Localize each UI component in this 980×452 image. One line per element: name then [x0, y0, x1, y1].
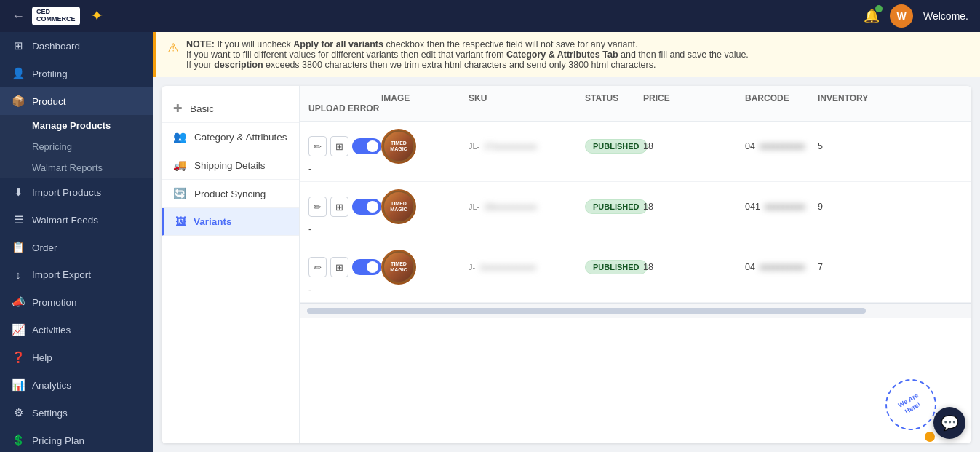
sidebar-subitem-repricing[interactable]: Repricing [0, 136, 153, 157]
scroll-container[interactable] [300, 303, 971, 318]
variants-table: IMAGE SKU STATUS PRICE BARCODE INVENTORY… [300, 86, 971, 318]
header-right: 🔔 W Welcome. [864, 4, 968, 28]
welcome-text: Welcome. [923, 10, 968, 22]
panel-section-category[interactable]: 👥 Category & Attributes [162, 123, 299, 151]
notice-line1-post: checkbox then the respective field will … [383, 39, 638, 49]
row3-status: PUBLISHED [585, 260, 643, 274]
row1-toggle[interactable] [352, 138, 381, 154]
notice-line2-post: and then fill and save the value. [618, 49, 749, 60]
row1-sku-value: 17xxxxxxxxxxx [484, 142, 537, 151]
row3-edit-button[interactable]: ✏ [308, 257, 327, 277]
shipping-icon: 🚚 [173, 159, 187, 172]
panel-label-basic: Basic [190, 103, 214, 114]
col-actions [308, 93, 381, 103]
row3-upload-error: - [308, 285, 381, 295]
panel-label-category: Category & Attributes [194, 132, 287, 143]
sidebar-label-pricing-plan: Pricing Plan [32, 435, 84, 446]
row1-actions: ✏ ⊞ [308, 136, 381, 156]
import-products-icon: ⬇ [12, 186, 25, 199]
row3-barcode-prefix: 04 [745, 262, 755, 272]
import-export-icon: ↕ [12, 269, 25, 281]
panel-label-shipping: Shipping Details [194, 160, 266, 171]
panel-section-syncing[interactable]: 🔄 Product Syncing [162, 180, 299, 208]
sidebar-item-walmart-feeds[interactable]: ☰ Walmart Feeds [0, 206, 153, 234]
notice-bold-3: Category & Attributes Tab [506, 49, 618, 60]
variants-icon: 🖼 [175, 215, 186, 228]
row2-toggle[interactable] [352, 199, 381, 215]
row3-product-image-inner: TIMEDMAGIC [383, 251, 415, 283]
row2-barcode-value: xxxxxxxxx [765, 202, 805, 212]
row3-copy-button[interactable]: ⊞ [330, 257, 348, 277]
dashboard-icon: ⊞ [12, 39, 25, 52]
sidebar-item-analytics[interactable]: 📊 Analytics [0, 371, 153, 399]
sidebar-subitem-manage-products[interactable]: Manage Products [0, 115, 153, 136]
row1-upload-error: - [308, 164, 381, 174]
promotion-icon: 📣 [12, 296, 25, 309]
row2-edit-button[interactable]: ✏ [308, 197, 327, 217]
sidebar-item-import-export[interactable]: ↕ Import Export [0, 261, 153, 288]
row1-status: PUBLISHED [585, 139, 643, 154]
col-price: PRICE [643, 93, 745, 103]
back-button[interactable]: ← [12, 9, 25, 24]
avatar[interactable]: W [890, 4, 913, 28]
row2-barcode: 041xxxxxxxxx [745, 202, 818, 212]
row3-sku: J-1xxxxxxxxxxxxx [469, 263, 585, 271]
pricing-icon: 💲 [12, 434, 25, 447]
row1-inventory: 5 [818, 141, 905, 151]
notification-bell[interactable]: 🔔 [864, 8, 880, 24]
row1-product-image-inner: TIMEDMAGIC [383, 130, 415, 162]
row2-inventory: 9 [818, 202, 905, 212]
row1-product-image: TIMEDMAGIC [381, 129, 416, 164]
panel-section-variants[interactable]: 🖼 Variants [162, 208, 299, 236]
sidebar-label-promotion: Promotion [32, 297, 77, 308]
row2-price: 18 [643, 202, 745, 212]
row2-barcode-prefix: 041 [745, 202, 760, 212]
main-card: ✚ Basic 👥 Category & Attributes 🚚 Shippi… [162, 86, 971, 443]
content-area: ⚠ NOTE: If you will uncheck Apply for al… [153, 32, 980, 452]
row2-sku: JL-18xxxxxxxxxxx [469, 202, 585, 211]
sidebar-label-walmart-feeds: Walmart Feeds [32, 215, 98, 226]
sidebar-item-settings[interactable]: ⚙ Settings [0, 399, 153, 427]
sidebar-subitem-walmart-reports[interactable]: Walmart Reports [0, 157, 153, 178]
sidebar-item-profiling[interactable]: 👤 Profiling [0, 60, 153, 87]
table-header: IMAGE SKU STATUS PRICE BARCODE INVENTORY… [300, 86, 971, 122]
notice-bold-2: Apply for all variants [293, 39, 383, 49]
row3-barcode-value: xxxxxxxxxx [760, 262, 805, 272]
row1-image: TIMEDMAGIC [381, 129, 469, 164]
sidebar-item-promotion[interactable]: 📣 Promotion [0, 288, 153, 316]
row1-barcode-value: xxxxxxxxxx [760, 141, 805, 151]
sidebar-item-help[interactable]: ❓ Help [0, 344, 153, 371]
settings-icon: ⚙ [12, 406, 25, 419]
notice-banner: ⚠ NOTE: If you will uncheck Apply for al… [153, 32, 980, 77]
sidebar-label-import-products: Import Products [32, 187, 101, 198]
row3-status-badge: PUBLISHED [585, 260, 648, 274]
row1-copy-button[interactable]: ⊞ [330, 136, 348, 156]
sidebar-label-help: Help [32, 352, 52, 363]
sidebar-item-pricing-plan[interactable]: 💲 Pricing Plan [0, 427, 153, 452]
sidebar-item-import-products[interactable]: ⬇ Import Products [0, 178, 153, 206]
row3-barcode: 04xxxxxxxxxx [745, 262, 818, 272]
sidebar-item-product[interactable]: 📦 Product [0, 87, 153, 115]
sidebar-item-dashboard[interactable]: ⊞ Dashboard [0, 32, 153, 60]
panel-section-basic[interactable]: ✚ Basic [162, 95, 299, 123]
sidebar-item-activities[interactable]: 📈 Activities [0, 316, 153, 344]
sidebar-item-order[interactable]: 📋 Order [0, 234, 153, 261]
row3-sku-value: 1xxxxxxxxxxxxx [479, 263, 536, 271]
row2-image: TIMEDMAGIC [381, 189, 469, 224]
panel-section-shipping[interactable]: 🚚 Shipping Details [162, 151, 299, 180]
table-row: ✏ ⊞ TIMEDMAGIC J-1xxxxx [300, 242, 971, 303]
walmart-icon: ✦ [90, 7, 103, 25]
panel-label-variants: Variants [194, 216, 232, 227]
sidebar: ⊞ Dashboard 👤 Profiling 📦 Product Manage… [0, 32, 153, 452]
notification-badge [875, 5, 883, 12]
row2-copy-button[interactable]: ⊞ [330, 197, 348, 217]
sidebar-label-profiling: Profiling [32, 68, 68, 79]
product-icon: 📦 [12, 95, 25, 108]
row2-product-label: TIMEDMAGIC [390, 201, 407, 212]
col-inventory: INVENTORY [818, 93, 905, 103]
row1-edit-button[interactable]: ✏ [308, 136, 327, 156]
horizontal-scrollbar[interactable] [307, 308, 866, 314]
row2-sku-prefix: JL- [469, 202, 479, 211]
row3-toggle[interactable] [352, 259, 381, 275]
chat-button[interactable]: 💬 [933, 407, 965, 439]
